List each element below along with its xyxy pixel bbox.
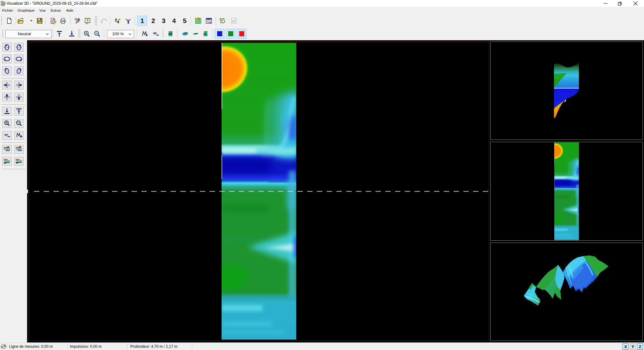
svg-text:?: ?: [86, 19, 88, 23]
